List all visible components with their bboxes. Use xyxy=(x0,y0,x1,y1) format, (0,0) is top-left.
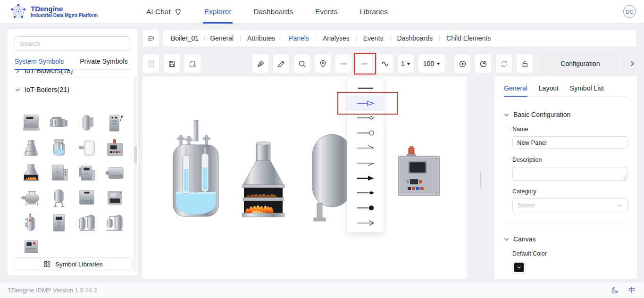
panel-canvas[interactable] xyxy=(142,76,467,279)
line-style-solid[interactable] xyxy=(347,81,384,96)
stroke-width-select[interactable]: 1 xyxy=(397,54,414,74)
element-tab-events[interactable]: Events xyxy=(363,34,384,42)
symbol-thumb-boiler-double-cabinet[interactable] xyxy=(45,160,73,185)
default-color-label: Default Color xyxy=(512,250,627,257)
nav-item-dashboards[interactable]: Dashboards xyxy=(253,0,293,24)
symbol-thumb-boiler-grill-box[interactable] xyxy=(73,185,100,210)
line-style-half-arrow-down[interactable] xyxy=(347,156,384,171)
symbol-thumb-boiler-engine[interactable] xyxy=(45,110,73,135)
curve-line-button[interactable] xyxy=(376,54,393,74)
rotate-point-button[interactable] xyxy=(475,54,492,74)
symbol-libraries-button[interactable]: Symbol Libraries xyxy=(14,257,133,271)
tab-general[interactable]: General xyxy=(504,84,527,97)
symbol-search[interactable] xyxy=(15,36,131,51)
pencil-button[interactable] xyxy=(273,54,290,74)
symbol-thumb-boiler-furnace[interactable] xyxy=(17,160,45,185)
chevron-down-icon xyxy=(504,237,509,242)
symbol-thumb-boiler-window-box[interactable] xyxy=(100,185,128,210)
group-iot-boilers[interactable]: IoT-Boilers(21) xyxy=(8,80,138,99)
symbol-thumb-boiler-water-heater[interactable] xyxy=(17,210,45,235)
symbol-thumb-boiler-hopper[interactable] xyxy=(17,135,45,160)
symbol-thumb-boiler-tank-legs[interactable] xyxy=(45,185,73,210)
configuration-button[interactable]: Configuration xyxy=(543,54,618,74)
line-style-filled-circle[interactable] xyxy=(347,200,384,215)
symbol-thumb-boiler-control-box[interactable] xyxy=(100,135,128,160)
breadcrumb-root[interactable]: Boiler_01 xyxy=(171,34,199,42)
symbol-thumb-boiler-horizontal-boiler[interactable] xyxy=(17,185,45,210)
dark-mode-toggle[interactable] xyxy=(611,286,619,294)
language-toggle[interactable]: 中 xyxy=(628,286,636,295)
canvas-symbol-furnace[interactable] xyxy=(238,141,288,218)
sidebar-scrollbar-thumb[interactable] xyxy=(134,146,137,164)
canvas-symbol-control-panel[interactable] xyxy=(395,146,443,197)
tab-private-symbols[interactable]: Private Symbols xyxy=(80,58,127,70)
symbol-thumb-boiler-wall-unit[interactable] xyxy=(73,135,100,160)
journal-icon xyxy=(147,59,156,68)
moon-icon xyxy=(611,286,619,294)
line-style-button[interactable] xyxy=(356,54,373,74)
symbol-thumb-boiler-tower[interactable] xyxy=(100,110,128,135)
resize-grip-icon[interactable] xyxy=(621,174,627,180)
symbol-thumb-boiler-horizontal-unit[interactable] xyxy=(100,160,128,185)
section-basic-configuration[interactable]: Basic Configuration xyxy=(504,111,627,118)
description-textarea[interactable] xyxy=(512,167,627,181)
chevron-down-icon xyxy=(617,203,622,208)
user-avatar[interactable]: DC xyxy=(623,5,636,18)
element-tab-dashboards[interactable]: Dashboards xyxy=(397,34,433,42)
divider xyxy=(356,35,357,42)
panel-resizer-handle[interactable] xyxy=(480,171,481,188)
symbol-thumb-boiler-twin-tanks[interactable] xyxy=(73,210,100,235)
symbol-thumb-boiler-autoclave[interactable] xyxy=(45,135,73,160)
search-input[interactable] xyxy=(20,40,126,47)
category-select[interactable]: Select xyxy=(512,199,627,212)
line-style-thin-arrow[interactable] xyxy=(347,215,384,231)
element-tab-general[interactable]: General xyxy=(210,34,234,42)
symbol-thumb-boiler-tank-pipe[interactable] xyxy=(73,110,100,135)
pen-tool-button[interactable] xyxy=(252,54,269,74)
location-pin-button[interactable] xyxy=(314,54,331,74)
element-tab-panels[interactable]: Panels xyxy=(289,34,309,42)
line-style-open-arrow[interactable] xyxy=(347,96,384,111)
name-input[interactable] xyxy=(512,136,627,149)
group-iot-blowers[interactable]: IoT-Blowers(18) xyxy=(8,70,138,78)
element-tab-child-elements[interactable]: Child Elements xyxy=(446,34,491,42)
clear-canvas-button[interactable] xyxy=(184,54,201,74)
line-style-filled-diamond[interactable] xyxy=(347,186,384,201)
default-color-picker[interactable] xyxy=(512,261,526,274)
zoom-level-select[interactable]: 100 xyxy=(418,54,445,74)
expand-panel-button[interactable] xyxy=(627,57,638,70)
element-tab-analyses[interactable]: Analyses xyxy=(323,34,350,42)
symbol-thumb-boiler-cabinet-side[interactable] xyxy=(73,160,100,185)
center-point-button[interactable] xyxy=(454,54,471,74)
nav-item-ai-chat[interactable]: AI Chat xyxy=(146,0,182,24)
nav-item-libraries[interactable]: Libraries xyxy=(360,0,387,24)
straight-line-button[interactable] xyxy=(335,54,352,74)
symbol-thumb-boiler-small-box[interactable] xyxy=(17,235,45,253)
section-canvas[interactable]: Canvas xyxy=(504,235,627,243)
tab-symbol-list[interactable]: Symbol List xyxy=(570,84,604,97)
unlock-button[interactable] xyxy=(516,54,533,74)
zoom-search-button[interactable] xyxy=(293,54,310,74)
refresh-button[interactable] xyxy=(495,54,512,74)
inspector-panel: General Layout Symbol List Basic Configu… xyxy=(494,76,637,279)
symbol-thumb-boiler-tank-drum[interactable] xyxy=(100,210,128,235)
tab-layout[interactable]: Layout xyxy=(539,84,559,97)
tab-system-symbols[interactable]: System Symbols xyxy=(15,58,64,70)
line-style-open-diamond[interactable] xyxy=(347,111,384,126)
save-button[interactable] xyxy=(163,54,180,74)
symbol-thumb-boiler-cabinet[interactable] xyxy=(17,110,45,135)
line-style-filled-arrow[interactable] xyxy=(347,171,384,186)
journal-button[interactable] xyxy=(142,54,159,74)
symbol-thumb-boiler-electric-cabinet[interactable] xyxy=(45,210,73,235)
symbol-libraries-label: Symbol Libraries xyxy=(55,261,103,268)
nav-item-explorer[interactable]: Explorer xyxy=(204,0,232,24)
collapse-sidebar-button[interactable] xyxy=(142,29,159,47)
line-style-open-circle[interactable] xyxy=(347,125,384,141)
nav-label: Libraries xyxy=(360,8,387,16)
line-style-half-arrow-up[interactable] xyxy=(347,141,384,156)
components-icon xyxy=(43,260,51,268)
element-tab-attributes[interactable]: Attributes xyxy=(247,34,275,42)
canvas-symbol-autoclave[interactable] xyxy=(172,120,219,219)
nav-item-events[interactable]: Events xyxy=(315,0,337,24)
app-root: TDengine Industrial Data Mgmt Platform A… xyxy=(0,0,644,298)
